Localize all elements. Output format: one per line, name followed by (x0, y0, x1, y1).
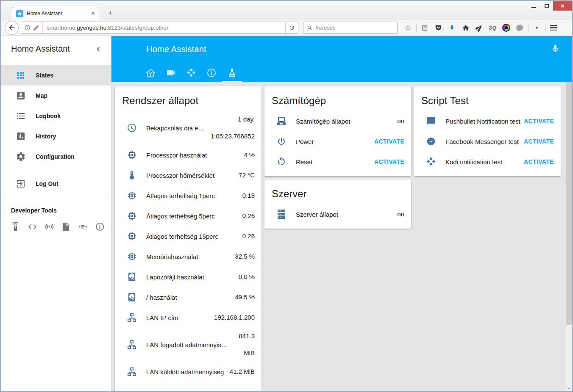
fuzzy-extension-icon[interactable] (513, 22, 526, 34)
settings-gear-icon (16, 152, 26, 162)
entity-row[interactable]: Számítógép állapot on (264, 111, 411, 131)
entity-row[interactable]: Pushbullet Notification test ACTIVATE (414, 111, 561, 131)
code-tags-icon[interactable] (28, 222, 37, 232)
sidebar-item-label: Log Out (36, 180, 58, 187)
entity-row[interactable]: Bekapcsolás óta e… 1 day, 1:05:23.766852 (115, 111, 261, 145)
bookmark-star-icon[interactable]: ☆ (401, 22, 414, 34)
download-icon[interactable] (445, 22, 459, 34)
entity-row[interactable]: LAN küldött adatmennyiség 41.2 MiB (115, 362, 261, 382)
tab-title: Home Assistant (27, 11, 88, 17)
reload-button[interactable] (285, 22, 298, 33)
sidebar-item-logout[interactable]: Log Out (1, 174, 111, 194)
minimize-button[interactable] (527, 1, 540, 11)
send-plane-icon[interactable] (473, 22, 486, 34)
toolbar-separator (528, 23, 528, 33)
lan-icon (127, 367, 137, 377)
view-grid-icon (16, 70, 26, 80)
back-button[interactable] (5, 21, 19, 35)
entity-row[interactable]: LAN fogadott adatmennyis… 841.3 MiB (115, 328, 261, 362)
card-rows: Pushbullet Notification test ACTIVATE Fa… (414, 109, 561, 176)
entity-row[interactable]: Szerver állapot on (264, 204, 411, 224)
overflow-caret-icon[interactable]: ▾ (530, 22, 543, 34)
scrollbar-thumb[interactable] (566, 82, 572, 325)
search-input[interactable] (315, 25, 394, 31)
power-icon (276, 136, 286, 146)
chart-box-icon (16, 131, 26, 141)
sq-extension-icon[interactable]: SQ (486, 22, 499, 34)
card-rows: Szerver állapot on (264, 202, 411, 229)
url-path: :8123/states/group.other (106, 25, 168, 31)
chevron-down-icon (567, 386, 571, 390)
tab-other[interactable] (222, 65, 242, 82)
pocket-icon[interactable] (432, 22, 445, 34)
entity-row[interactable]: Processzor használat 4 % (115, 145, 261, 165)
tab-cameras[interactable] (161, 65, 181, 82)
blocked-editor-icon[interactable] (33, 25, 39, 31)
maximize-button[interactable] (540, 1, 553, 11)
lan-icon (127, 340, 137, 350)
info-outline-icon[interactable] (95, 222, 105, 232)
entity-value: on (397, 113, 404, 130)
entity-row[interactable]: Átlagos terheltség 1perc 0.18 (115, 185, 261, 206)
chip-icon (127, 251, 137, 262)
entity-name: LAN IP cím (146, 314, 211, 321)
entity-row[interactable]: Átlagos terheltség 15perc 0.26 (115, 226, 261, 246)
new-tab-button[interactable]: + (104, 8, 116, 18)
entity-name: Lapozófájl használat (146, 273, 235, 281)
url-bar[interactable]: smarthome.gyengus.hu:8123/states/group.o… (21, 22, 298, 34)
sidebar-item-map[interactable]: Map (1, 86, 111, 106)
browser-tab[interactable]: Home Assistant × (12, 7, 99, 20)
collapse-chevron-icon[interactable] (94, 45, 103, 53)
entity-row[interactable]: Facebook Messenger test ACTIVATE (414, 131, 561, 152)
page-scrollbar[interactable] (566, 82, 572, 391)
entity-row[interactable]: / használat 49.5 % (115, 287, 261, 307)
activate-button[interactable]: ACTIVATE (524, 118, 554, 124)
activate-button[interactable]: ACTIVATE (524, 138, 554, 145)
maximize-icon (545, 4, 549, 8)
microphone-icon[interactable] (551, 44, 560, 53)
list-bulleted-icon (16, 111, 26, 121)
card-server: Szerver Szerver állapot on (264, 179, 411, 229)
tab-close-icon[interactable]: × (91, 10, 95, 17)
activate-button[interactable]: ACTIVATE (374, 158, 404, 165)
scrollbar-down-button[interactable] (566, 384, 572, 391)
menu-hamburger-icon[interactable] (547, 22, 560, 34)
entity-name: Pushbullet Notification test (445, 118, 520, 125)
remote-icon[interactable] (11, 222, 20, 232)
home-icon[interactable] (459, 22, 472, 34)
file-code-icon[interactable] (61, 222, 71, 232)
entity-row[interactable]: Processzor hőmérséklet 72 °C (115, 165, 261, 185)
entity-row[interactable]: Átlagos terheltség 5perc 0.26 (115, 206, 261, 226)
entity-name: Számítógép állapot (296, 118, 394, 125)
close-button[interactable]: × (553, 1, 572, 11)
search-bar[interactable] (303, 22, 398, 34)
sidebar-item-label: Logbook (36, 113, 61, 119)
sidebar-item-configuration[interactable]: Configuration (1, 146, 111, 167)
entity-row[interactable]: Kodi notification test ACTIVATE (414, 152, 561, 172)
tab-kodi[interactable] (181, 65, 201, 82)
entity-row[interactable]: Memóriahasználat 32.5 % (115, 246, 261, 267)
sidebar-item-history[interactable]: History (1, 126, 111, 146)
sidebar-item-states[interactable]: States (1, 65, 111, 86)
sidebar-item-logbook[interactable]: Logbook (1, 106, 111, 126)
url-text[interactable]: smarthome.gyengus.hu:8123/states/group.o… (43, 25, 285, 31)
entity-row[interactable]: Reset ACTIVATE (264, 152, 411, 172)
colorwheel-extension-icon[interactable] (500, 22, 513, 34)
entity-value: on (397, 206, 404, 223)
entity-row[interactable]: Power ACTIVATE (264, 131, 411, 152)
window-controls: × (527, 1, 572, 11)
search-icon (307, 25, 313, 31)
tab-home[interactable] (140, 65, 161, 82)
desktop-icon (276, 116, 286, 126)
bookmarks-panel-icon[interactable] (418, 22, 431, 34)
entity-value: 1 day, 1:05:23.766852 (211, 111, 255, 145)
mqtt-icon[interactable] (78, 222, 88, 232)
access-point-icon[interactable] (45, 222, 54, 232)
page-info-icon[interactable] (24, 25, 31, 31)
entity-row[interactable]: LAN IP cím 192.168.1.200 (115, 307, 261, 328)
activate-button[interactable]: ACTIVATE (374, 138, 404, 145)
entity-value: 72 °C (239, 167, 255, 184)
entity-row[interactable]: Lapozófájl használat 0.0 % (115, 267, 261, 287)
activate-button[interactable]: ACTIVATE (524, 158, 554, 165)
tab-info[interactable] (201, 65, 222, 82)
